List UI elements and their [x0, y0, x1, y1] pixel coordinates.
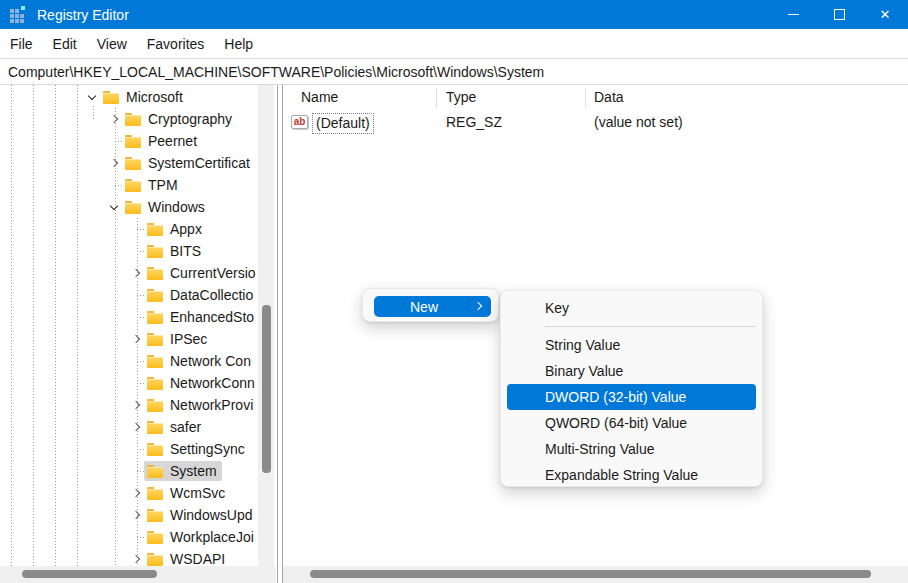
- registry-editor-icon: [10, 6, 27, 23]
- tree-key-label: Cryptography: [148, 111, 232, 127]
- maximize-button[interactable]: [816, 0, 862, 29]
- tree-key-item[interactable]: NetworkConn: [144, 373, 258, 393]
- tree-expand-chevron-icon[interactable]: [132, 511, 140, 519]
- string-value-icon: ab: [291, 115, 308, 129]
- tree-key-label: Network Con: [170, 353, 251, 369]
- tree-row: Cryptography: [0, 108, 258, 130]
- tree-expand-chevron-icon[interactable]: [110, 159, 118, 167]
- tree-vertical-scrollbar[interactable]: [258, 85, 274, 566]
- list-horizontal-scrollbar[interactable]: [283, 566, 908, 583]
- folder-icon: [125, 113, 141, 126]
- context-menu-item-new[interactable]: New: [374, 296, 491, 317]
- submenu-item[interactable]: Binary Value: [501, 358, 762, 384]
- tree-key-label: NetworkConn: [170, 375, 255, 391]
- tree-row: System: [0, 460, 258, 482]
- tree-key-label: WcmSvc: [170, 485, 225, 501]
- tree-key-item[interactable]: safer: [144, 417, 206, 437]
- address-bar[interactable]: Computer\HKEY_LOCAL_MACHINE\SOFTWARE\Pol…: [0, 58, 908, 85]
- submenu-item[interactable]: Expandable String Value: [501, 462, 762, 488]
- value-name[interactable]: (Default): [312, 113, 374, 134]
- tree-key-item[interactable]: Cryptography: [122, 109, 237, 129]
- menubar-item[interactable]: Edit: [43, 29, 87, 58]
- submenu-item[interactable]: DWORD (32-bit) Value: [507, 384, 756, 410]
- column-header-name[interactable]: Name: [301, 85, 338, 110]
- submenu-arrow-icon: [474, 302, 482, 310]
- tree-key-item[interactable]: NetworkProvi: [144, 395, 258, 415]
- submenu-item[interactable]: Multi-String Value: [501, 436, 762, 462]
- tree-horizontal-scrollbar-thumb[interactable]: [22, 570, 157, 578]
- submenu-item-label: Binary Value: [545, 363, 623, 379]
- column-separator[interactable]: [585, 88, 586, 108]
- column-header-data[interactable]: Data: [594, 85, 624, 110]
- tree-key-item[interactable]: Microsoft: [100, 87, 188, 107]
- tree-key-item[interactable]: SystemCertificat: [122, 153, 255, 173]
- close-button[interactable]: ✕: [862, 0, 908, 29]
- tree-key-item[interactable]: Network Con: [144, 351, 256, 371]
- tree-key-item[interactable]: CurrentVersio: [144, 263, 258, 283]
- tree-expand-chevron-icon[interactable]: [132, 423, 140, 431]
- tree-key-item[interactable]: WSDAPI: [144, 549, 230, 566]
- tree-row: SettingSync: [0, 438, 258, 460]
- tree-key-item[interactable]: WcmSvc: [144, 483, 230, 503]
- tree-expand-chevron-icon[interactable]: [132, 401, 140, 409]
- tree-key-item[interactable]: Windows: [122, 197, 210, 217]
- tree-row: EnhancedSto: [0, 306, 258, 328]
- tree-key-item[interactable]: IPSec: [144, 329, 212, 349]
- new-submenu: Key String Value Binary Value DWORD (32-…: [500, 290, 763, 487]
- tree-key-item[interactable]: WindowsUpd: [144, 505, 257, 525]
- column-separator[interactable]: [436, 88, 437, 108]
- tree-key-label: WindowsUpd: [170, 507, 252, 523]
- folder-icon: [147, 355, 163, 368]
- tree-key-item[interactable]: SettingSync: [144, 439, 250, 459]
- menubar-item[interactable]: View: [87, 29, 137, 58]
- tree-key-item[interactable]: System: [144, 461, 222, 481]
- tree-key-item[interactable]: Appx: [144, 219, 207, 239]
- tree-vertical-scrollbar-thumb[interactable]: [262, 305, 271, 473]
- tree-key-item[interactable]: TPM: [122, 175, 183, 195]
- tree-key-label: safer: [170, 419, 201, 435]
- tree-key-label: WSDAPI: [170, 551, 225, 566]
- submenu-separator: [545, 326, 756, 327]
- tree-row: Windows: [0, 196, 258, 218]
- tree-expand-chevron-icon[interactable]: [110, 202, 118, 210]
- folder-icon: [147, 531, 163, 544]
- folder-icon: [125, 179, 141, 192]
- tree-key-item[interactable]: Peernet: [122, 131, 202, 151]
- tree-expand-chevron-icon[interactable]: [132, 489, 140, 497]
- folder-icon: [147, 399, 163, 412]
- tree-expand-chevron-icon[interactable]: [132, 555, 140, 563]
- value-data: (value not set): [594, 113, 683, 132]
- menu-bar: FileEditViewFavoritesHelp: [0, 29, 908, 58]
- tree-row: Peernet: [0, 130, 258, 152]
- submenu-item[interactable]: QWORD (64-bit) Value: [501, 410, 762, 436]
- menubar-item[interactable]: Favorites: [137, 29, 215, 58]
- title-bar: Registry Editor ✕: [0, 0, 908, 29]
- menubar-item[interactable]: File: [0, 29, 43, 58]
- column-header-type[interactable]: Type: [446, 85, 476, 110]
- tree-key-item[interactable]: WorkplaceJoi: [144, 527, 258, 547]
- tree-row: safer: [0, 416, 258, 438]
- submenu-item[interactable]: String Value: [501, 332, 762, 358]
- tree-expand-chevron-icon[interactable]: [88, 92, 96, 100]
- folder-icon: [125, 201, 141, 214]
- tree-expand-chevron-icon[interactable]: [132, 269, 140, 277]
- tree-key-item[interactable]: DataCollectio: [144, 285, 258, 305]
- tree-horizontal-scrollbar[interactable]: [0, 566, 276, 583]
- tree-key-item[interactable]: EnhancedSto: [144, 307, 258, 327]
- folder-icon: [147, 465, 163, 478]
- submenu-item-label: QWORD (64-bit) Value: [545, 415, 687, 431]
- tree-expand-chevron-icon[interactable]: [110, 115, 118, 123]
- minimize-button[interactable]: [770, 0, 816, 29]
- value-row-default[interactable]: ab (Default) REG_SZ (value not set): [283, 113, 908, 132]
- menubar-item[interactable]: Help: [214, 29, 263, 58]
- tree-key-label: SettingSync: [170, 441, 245, 457]
- tree-key-item[interactable]: BITS: [144, 241, 206, 261]
- list-horizontal-scrollbar-thumb[interactable]: [310, 570, 871, 578]
- tree-key-label: Peernet: [148, 133, 197, 149]
- submenu-item-label: String Value: [545, 337, 620, 353]
- submenu-item-label: DWORD (32-bit) Value: [545, 389, 686, 405]
- submenu-item[interactable]: Key: [501, 295, 762, 321]
- tree-expand-chevron-icon[interactable]: [132, 335, 140, 343]
- tree-key-label: Appx: [170, 221, 202, 237]
- tree-key-label: SystemCertificat: [148, 155, 250, 171]
